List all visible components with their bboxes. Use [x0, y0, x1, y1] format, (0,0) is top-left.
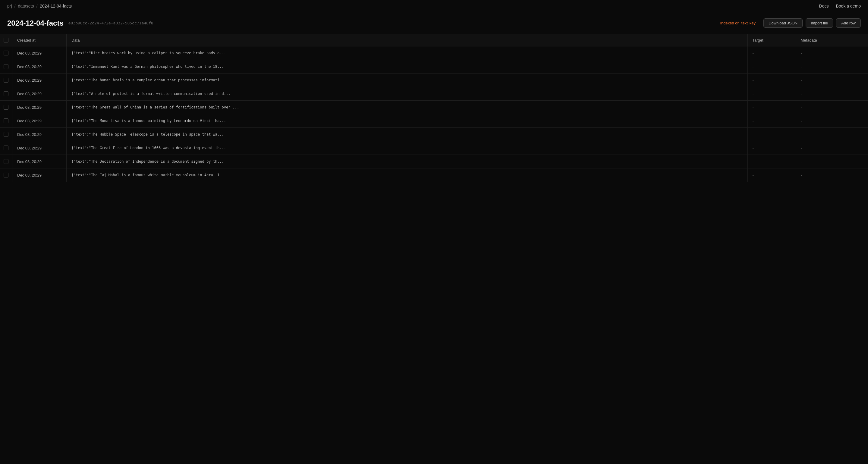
row-metadata: - [796, 128, 850, 141]
top-nav: prj / datasets / 2024-12-04-facts Docs B… [0, 0, 868, 12]
row-metadata: - [796, 168, 850, 182]
row-data[interactable]: {"text":"The Taj Mahal is a famous white… [67, 168, 748, 182]
row-checkbox-cell [0, 114, 12, 128]
header-metadata: Metadata [796, 34, 850, 47]
row-target: - [747, 128, 796, 141]
row-checkbox-0[interactable] [4, 51, 8, 56]
table-container: Created at Data Target Metadata Dec 03, … [0, 34, 868, 182]
row-metadata: - [796, 87, 850, 101]
select-all-checkbox[interactable] [4, 38, 8, 42]
breadcrumb-current: 2024-12-04-facts [40, 4, 72, 8]
page-header-left: 2024-12-04-facts e83b90cc-2c24-472e-a032… [7, 19, 153, 27]
row-checkbox-cell [0, 87, 12, 101]
header-actions [850, 34, 868, 47]
row-actions [850, 47, 868, 60]
row-checkbox-cell [0, 47, 12, 60]
row-target: - [747, 73, 796, 87]
row-actions [850, 128, 868, 141]
row-created-at: Dec 03, 20:29 [12, 47, 67, 60]
row-checkbox-5[interactable] [4, 118, 8, 123]
add-row-button[interactable]: Add row [836, 19, 861, 28]
row-checkbox-cell [0, 60, 12, 73]
breadcrumb-datasets[interactable]: datasets [18, 4, 34, 8]
row-target: - [747, 114, 796, 128]
download-json-button[interactable]: Download JSON [764, 19, 803, 28]
table-body: Dec 03, 20:29 {"text":"Disc brakes work … [0, 47, 868, 182]
row-checkbox-7[interactable] [4, 146, 8, 150]
row-data[interactable]: {"text":"Disc brakes work by using a cal… [67, 47, 748, 60]
table-row: Dec 03, 20:29 {"text":"The human brain i… [0, 73, 868, 87]
row-actions [850, 141, 868, 155]
row-metadata: - [796, 47, 850, 60]
row-checkbox-1[interactable] [4, 64, 8, 69]
header-checkbox-col [0, 34, 12, 47]
header-data: Data [67, 34, 748, 47]
row-checkbox-3[interactable] [4, 91, 8, 96]
row-checkbox-8[interactable] [4, 159, 8, 164]
row-data[interactable]: {"text":"A note of protest is a formal w… [67, 87, 748, 101]
row-target: - [747, 87, 796, 101]
row-target: - [747, 155, 796, 168]
row-actions [850, 73, 868, 87]
row-data[interactable]: {"text":"The Declaration of Independence… [67, 155, 748, 168]
row-created-at: Dec 03, 20:29 [12, 87, 67, 101]
row-created-at: Dec 03, 20:29 [12, 60, 67, 73]
row-checkbox-cell [0, 101, 12, 114]
row-created-at: Dec 03, 20:29 [12, 101, 67, 114]
row-checkbox-cell [0, 168, 12, 182]
page-title: 2024-12-04-facts [7, 19, 64, 27]
nav-links: Docs Book a demo [819, 4, 861, 8]
breadcrumb-prj[interactable]: prj [7, 4, 12, 8]
row-metadata: - [796, 60, 850, 73]
import-file-button[interactable]: Import file [806, 19, 833, 28]
table-row: Dec 03, 20:29 {"text":"The Declaration o… [0, 155, 868, 168]
table-row: Dec 03, 20:29 {"text":"The Taj Mahal is … [0, 168, 868, 182]
row-data[interactable]: {"text":"The Great Wall of China is a se… [67, 101, 748, 114]
row-checkbox-cell [0, 128, 12, 141]
row-created-at: Dec 03, 20:29 [12, 141, 67, 155]
row-checkbox-2[interactable] [4, 78, 8, 83]
row-checkbox-9[interactable] [4, 173, 8, 178]
row-checkbox-4[interactable] [4, 105, 8, 110]
data-table: Created at Data Target Metadata Dec 03, … [0, 34, 868, 182]
row-created-at: Dec 03, 20:29 [12, 128, 67, 141]
row-data[interactable]: {"text":"The Hubble Space Telescope is a… [67, 128, 748, 141]
row-metadata: - [796, 114, 850, 128]
row-actions [850, 87, 868, 101]
docs-link[interactable]: Docs [819, 4, 829, 8]
book-demo-link[interactable]: Book a demo [836, 4, 861, 8]
breadcrumb-sep-2: / [36, 4, 37, 8]
table-row: Dec 03, 20:29 {"text":"A note of protest… [0, 87, 868, 101]
row-data[interactable]: {"text":"Immanuel Kant was a German phil… [67, 60, 748, 73]
table-row: Dec 03, 20:29 {"text":"Disc brakes work … [0, 47, 868, 60]
row-data[interactable]: {"text":"The Great Fire of London in 166… [67, 141, 748, 155]
row-checkbox-cell [0, 73, 12, 87]
row-actions [850, 114, 868, 128]
table-row: Dec 03, 20:29 {"text":"The Great Fire of… [0, 141, 868, 155]
row-target: - [747, 47, 796, 60]
table-row: Dec 03, 20:29 {"text":"The Mona Lisa is … [0, 114, 868, 128]
page-header-right: Indexed on 'text' key Download JSON Impo… [715, 19, 861, 28]
row-data[interactable]: {"text":"The human brain is a complex or… [67, 73, 748, 87]
row-metadata: - [796, 141, 850, 155]
table-row: Dec 03, 20:29 {"text":"The Great Wall of… [0, 101, 868, 114]
row-actions [850, 60, 868, 73]
row-target: - [747, 141, 796, 155]
breadcrumb-sep-1: / [14, 4, 16, 8]
row-created-at: Dec 03, 20:29 [12, 155, 67, 168]
row-actions [850, 155, 868, 168]
row-data[interactable]: {"text":"The Mona Lisa is a famous paint… [67, 114, 748, 128]
row-actions [850, 168, 868, 182]
row-target: - [747, 60, 796, 73]
row-metadata: - [796, 101, 850, 114]
table-row: Dec 03, 20:29 {"text":"The Hubble Space … [0, 128, 868, 141]
row-created-at: Dec 03, 20:29 [12, 168, 67, 182]
breadcrumb: prj / datasets / 2024-12-04-facts [7, 4, 72, 8]
row-metadata: - [796, 155, 850, 168]
row-checkbox-cell [0, 155, 12, 168]
row-actions [850, 101, 868, 114]
row-checkbox-cell [0, 141, 12, 155]
header-created-at: Created at [12, 34, 67, 47]
row-checkbox-6[interactable] [4, 132, 8, 137]
page-header: 2024-12-04-facts e83b90cc-2c24-472e-a032… [0, 12, 868, 34]
